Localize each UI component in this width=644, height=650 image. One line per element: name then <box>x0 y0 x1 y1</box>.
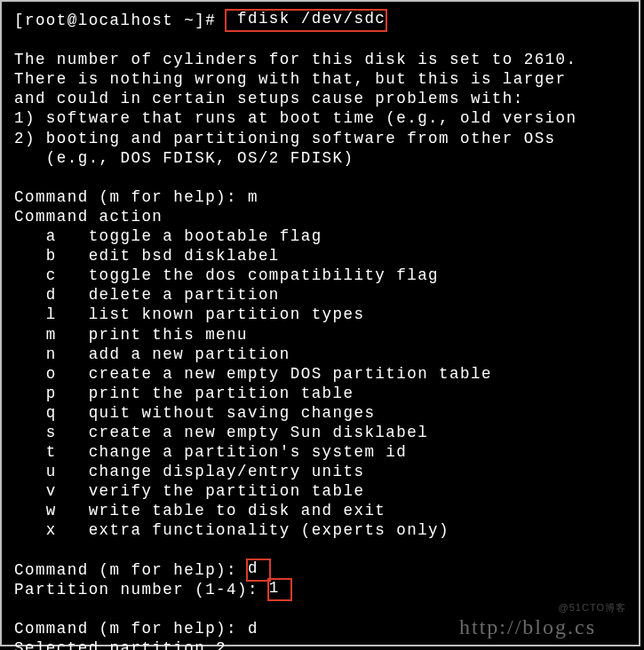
highlight-input-1: 1 <box>267 578 292 601</box>
output-line: The number of cylinders for this disk is… <box>14 51 576 68</box>
action-line: c toggle the dos compatibility flag <box>14 266 439 284</box>
action-line: v verify the partition table <box>14 482 364 500</box>
action-line: s create a new empty Sun disklabel <box>14 424 428 441</box>
highlight-command-text: fdisk /dev/sdc <box>237 10 386 28</box>
output-line: 1) software that runs at boot time (e.g.… <box>14 109 576 127</box>
action-line: u change display/entry units <box>14 463 364 480</box>
action-line: p print the partition table <box>14 384 354 402</box>
terminal-output[interactable]: [root@localhost ~]# fdisk /dev/sdc The n… <box>2 2 639 650</box>
output-line: (e.g., DOS FDISK, OS/2 FDISK) <box>14 149 354 167</box>
action-line: w write table to disk and exit <box>14 502 386 519</box>
output-line: There is nothing wrong with that, but th… <box>14 70 567 88</box>
terminal-frame: [root@localhost ~]# fdisk /dev/sdc The n… <box>0 0 640 646</box>
shell-prompt: [root@localhost ~]# <box>14 12 227 29</box>
command-prompt-label: Command (m for help): <box>14 561 248 579</box>
action-line: q quit without saving changes <box>14 404 375 422</box>
command-action-header: Command action <box>14 208 163 226</box>
action-line: d delete a partition <box>14 286 280 304</box>
action-line: m print this menu <box>14 326 248 344</box>
command-prompt-line: Command (m for help): m <box>14 188 258 206</box>
command-prompt-line: Command (m for help): d <box>14 620 258 638</box>
action-line: a toggle a bootable flag <box>14 227 322 245</box>
highlight-input-1-text: 1 <box>269 579 280 597</box>
output-line: 2) booting and partitioning software fro… <box>14 130 556 147</box>
action-line: t change a partition's system id <box>14 443 407 461</box>
action-line: b edit bsd disklabel <box>14 247 280 265</box>
highlight-input-d-text: d <box>248 559 258 577</box>
highlight-command: fdisk /dev/sdc <box>225 9 387 32</box>
action-line: l list known partition types <box>14 305 364 323</box>
action-line: n add a new partition <box>14 345 290 363</box>
action-line: x extra functionality (experts only) <box>14 521 449 539</box>
partition-number-label: Partition number (1-4): <box>14 581 269 598</box>
action-line: o create a new empty DOS partition table <box>14 365 492 383</box>
output-line: and could in certain setups cause proble… <box>14 90 524 107</box>
output-line: Selected partition 2 <box>14 639 227 650</box>
highlight-command-pad <box>227 10 237 28</box>
